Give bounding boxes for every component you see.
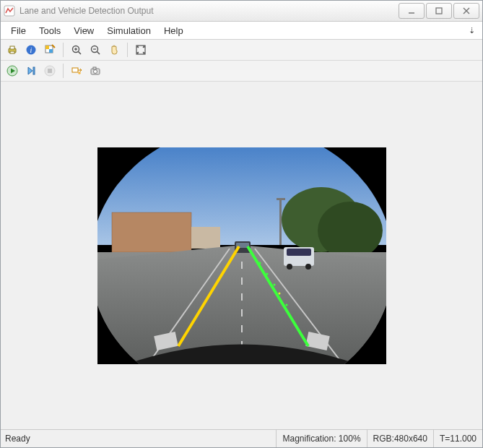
svg-text:i: i [30, 46, 32, 54]
zoom-out-button[interactable] [87, 41, 104, 59]
svg-rect-12 [49, 49, 53, 53]
menu-simulation[interactable]: Simulation [101, 24, 157, 38]
toolbar-main: i [1, 40, 482, 61]
status-magnification[interactable]: Magnification: 100% [276, 430, 366, 447]
menubar: File Tools View Simulation Help ⇣ [1, 22, 482, 40]
toolbar-separator [127, 43, 128, 57]
app-icon [4, 5, 15, 17]
pan-button[interactable] [105, 41, 123, 59]
svg-rect-42 [277, 198, 285, 200]
svg-point-61 [278, 292, 280, 294]
status-ready-label: Ready [5, 434, 30, 444]
svg-line-18 [97, 52, 100, 55]
minimize-button[interactable] [399, 3, 425, 19]
svg-marker-23 [28, 67, 32, 74]
svg-rect-6 [10, 46, 14, 49]
video-frame[interactable] [97, 147, 386, 364]
menu-help[interactable]: Help [158, 24, 189, 38]
status-magnification-value: 100% [339, 434, 361, 444]
zoom-in-button[interactable] [68, 41, 85, 59]
svg-rect-38 [191, 227, 220, 249]
menu-file[interactable]: File [5, 24, 32, 38]
svg-point-28 [78, 72, 81, 74]
stop-button [41, 62, 58, 79]
window-controls [399, 3, 479, 19]
window-title: Lane and Vehicle Detection Output [19, 6, 399, 16]
svg-rect-31 [93, 67, 96, 69]
fit-to-window-button[interactable] [132, 41, 149, 59]
app-window: Lane and Vehicle Detection Output File T… [0, 0, 483, 448]
info-button[interactable]: i [22, 41, 40, 59]
toolbar-separator [63, 64, 64, 78]
menu-tools[interactable]: Tools [33, 24, 66, 38]
close-button[interactable] [453, 3, 479, 19]
svg-rect-11 [45, 46, 49, 49]
step-forward-button[interactable] [22, 62, 40, 79]
highlight-block-button[interactable] [68, 62, 85, 79]
svg-point-40 [318, 202, 383, 259]
status-format: RGB:480x640 [367, 430, 433, 447]
status-ready: Ready [1, 430, 276, 447]
svg-point-53 [305, 264, 311, 270]
svg-line-14 [79, 52, 82, 55]
status-time: T=11.000 [433, 430, 482, 447]
toolbar-separator [63, 43, 64, 57]
svg-point-52 [287, 264, 292, 270]
statusbar: Ready Magnification: 100% RGB:480x640 T=… [1, 429, 482, 447]
svg-rect-36 [112, 212, 191, 252]
svg-rect-51 [287, 249, 311, 256]
maximize-button[interactable] [426, 3, 452, 19]
svg-point-60 [273, 283, 275, 285]
video-viewer [1, 82, 482, 429]
svg-rect-24 [33, 67, 35, 74]
svg-rect-41 [279, 198, 282, 245]
svg-rect-26 [48, 69, 52, 73]
toolbar-sim [1, 61, 482, 82]
new-colormap-button[interactable] [41, 41, 58, 59]
menu-view[interactable]: View [68, 24, 100, 38]
svg-rect-27 [72, 68, 78, 72]
svg-point-32 [94, 70, 97, 74]
status-magnification-label: Magnification: [282, 434, 336, 444]
snapshot-button[interactable] [87, 62, 104, 79]
print-button[interactable] [4, 41, 21, 59]
svg-rect-7 [10, 51, 14, 53]
svg-point-58 [258, 262, 261, 264]
titlebar: Lane and Vehicle Detection Output [1, 1, 482, 22]
svg-point-59 [266, 272, 268, 275]
run-button[interactable] [4, 62, 21, 79]
svg-rect-2 [436, 8, 442, 14]
svg-point-62 [285, 303, 287, 306]
menu-overflow-icon[interactable]: ⇣ [469, 26, 478, 35]
